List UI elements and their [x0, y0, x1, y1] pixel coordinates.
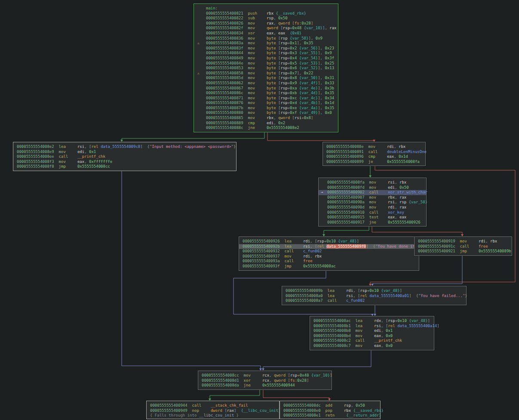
address-token[interactable]: 00005555554008da — [202, 383, 244, 387]
address-token[interactable]: 0000555555400880 — [206, 110, 248, 115]
disasm-line-0000555555400885[interactable]: 0000555555400885 mov rbx, qword [rsi+0x8… — [194, 116, 338, 121]
address-token[interactable]: 0000555555400862 — [206, 81, 248, 85]
symbol-token[interactable]: data_555555400a01 — [369, 294, 409, 298]
address-token[interactable]: 0000555555400849 — [206, 56, 248, 60]
disasm-line-0000555555400910[interactable]: 0000555555400910 call xor_key — [319, 210, 426, 215]
address-token[interactable]: 0000555555400867 — [206, 86, 248, 90]
disasm-line-0000555555400907[interactable]: 0000555555400907 mov rbx, rax — [319, 195, 426, 200]
address-token[interactable]: 00005555554008a7 — [286, 298, 328, 303]
address-token[interactable]: 0000555555400871 — [206, 96, 248, 100]
disasm-line-00005555554008e0[interactable]: 00005555554008e0 pop rbx {__saved_rbx} — [280, 408, 380, 414]
disasm-line-0000555555400949[interactable]: 0000555555400949 nop dword [rax] {__libc… — [147, 408, 279, 414]
disasm-line-00005555554008d1[interactable]: 00005555554008d1 xor rcx, qword [fs:0x28… — [198, 378, 332, 383]
disasm-line-000055555540084e[interactable]: 000055555540084e mov byte [rsp+0x5 {var_… — [194, 61, 338, 66]
address-token[interactable]: 00005555554008e1 — [283, 413, 326, 417]
disasm-line-000055555540088e[interactable]: 000055555540088e mov rdi, rbx — [323, 144, 425, 150]
address-token[interactable]: 0000555555400834 — [206, 31, 248, 35]
address-token[interactable]: 0000555555400907 — [327, 195, 369, 199]
address-token[interactable]: 00005555554008dc — [283, 403, 326, 408]
address-token[interactable]: 0000555555400919 — [418, 239, 460, 243]
symbol-token[interactable]: xor_str_with_char — [388, 190, 427, 194]
address-token[interactable]: 00005555554008c7 — [313, 343, 356, 348]
disasm-line-0000555555400826[interactable]: 0000555555400826 mov rax, qword [fs:0x28… — [194, 21, 338, 26]
symbol-token[interactable]: c_fun002 — [346, 298, 365, 303]
disasm-line-00005555554008f3[interactable]: 00005555554008f3 mov eax, 0xfffffffe — [13, 159, 236, 165]
disasm-line-0000555555400853[interactable]: 0000555555400853 mov byte [rsp+0x6 {var_… — [194, 66, 338, 71]
address-token[interactable]: 0000555555400896 — [326, 154, 369, 159]
comment-line[interactable]: { Falls through into __libc_csu_init } — [147, 413, 279, 418]
address-token[interactable]: 0000555555400915 — [327, 215, 369, 219]
address-token[interactable]: 00005555554008fa — [327, 180, 369, 184]
address-token[interactable]: 0000555555400910 — [327, 210, 369, 215]
address-token[interactable]: 0000555555400853 — [206, 66, 248, 70]
disasm-line-00005555554008b1[interactable]: 00005555554008b1 lea rsi, [rel data_5555… — [310, 324, 434, 329]
address-token[interactable]: 000055555540088e — [326, 144, 369, 149]
address-token[interactable]: 0000555555400844 — [206, 51, 248, 55]
address-token[interactable]: 0000555555400937 — [243, 254, 285, 258]
disassembly-graph-view[interactable]: main:0000555555400821 push rbx {__saved_… — [0, 0, 519, 420]
address-token[interactable]: 000055555540088c — [206, 126, 248, 130]
address-token[interactable]: 0000555555400932 — [243, 249, 285, 253]
address-token[interactable]: 0000555555400944 — [150, 403, 192, 408]
address-token[interactable]: 00005555554008ac — [313, 319, 356, 323]
disasm-line-00005555554008bd[interactable]: 00005555554008bd mov eax, 0x0 — [310, 334, 434, 339]
import-symbol-token[interactable]: free — [303, 259, 313, 263]
disasm-line-0000555555400844[interactable]: 0000555555400844 mov byte [rsp+0x3 {var_… — [194, 51, 338, 56]
function-label[interactable]: main: — [194, 6, 338, 11]
disasm-line-0000555555400917[interactable]: 0000555555400917 jne 0x555555400926 — [319, 220, 426, 225]
address-token[interactable]: 000055555540093a — [243, 259, 285, 263]
address-token[interactable]: 000055555540092b — [243, 244, 285, 248]
address-token[interactable]: 0000555555400889 — [206, 121, 248, 125]
address-token[interactable]: 000055555540083a — [206, 41, 248, 45]
disasm-line-000055555540090a[interactable]: 000055555540090a mov rsi, rsp {var_58} — [319, 200, 426, 205]
address-token[interactable]: 000055555540093f — [243, 264, 285, 268]
disasm-line-00005555554008c7[interactable]: 00005555554008c7 mov eax, 0x0 — [310, 343, 434, 349]
disasm-line-0000555555400932[interactable]: 0000555555400932 call c_fun002 — [239, 249, 419, 254]
address-token[interactable]: 0000555555400949 — [150, 408, 192, 413]
address-token[interactable]: 0000555555400926 — [243, 239, 285, 243]
address-token[interactable]: 0000555555400822 — [206, 16, 248, 20]
address-token[interactable]: 000055555540085d — [206, 76, 248, 80]
basic-block-8fa[interactable]: 00005555554008fa mov rsi, rbx00005555554… — [318, 178, 427, 227]
address-token[interactable]: 0000555555400917 — [327, 220, 369, 224]
disasm-line-0000555555400921[interactable]: 0000555555400921 jmp 0x55555540089b — [415, 249, 512, 254]
disasm-line-0000555555400849[interactable]: 0000555555400849 mov byte [rsp+0x4 {var_… — [194, 56, 338, 61]
disasm-line-00005555554008b8[interactable]: 00005555554008b8 mov edi, 0x1 — [310, 328, 434, 334]
address-token[interactable]: 000055555540084e — [206, 61, 248, 65]
address-token[interactable]: 00005555554008bd — [313, 334, 356, 338]
basic-block-8ac[interactable]: 00005555554008ac lea rdx, [rsp+0x10 {var… — [310, 316, 434, 350]
address-token[interactable]: 000055555540083f — [206, 46, 248, 50]
address-token[interactable]: 00005555554008c2 — [313, 338, 356, 343]
disasm-line-0000555555400867[interactable]: 0000555555400867 mov byte [rsp+0xa {var_… — [194, 86, 338, 91]
address-token[interactable]: 0000555555400876 — [206, 101, 248, 105]
import-symbol-token[interactable]: __stack_chk_fail — [211, 403, 248, 408]
basic-block-8dc[interactable]: 00005555554008dc add rsp, 0x500000555555… — [279, 401, 381, 419]
basic-block-89b[interactable]: 000055555540089b lea rdi, [rsp+0x10 {var… — [282, 286, 467, 305]
disasm-line-0000555555400926[interactable]: 0000555555400926 lea rdi, [rsp+0x10 {var… — [239, 239, 419, 244]
disasm-line-00005555554008f8[interactable]: 00005555554008f8 jmp 0x5555554008cc — [13, 164, 236, 169]
address-token[interactable]: 000055555540082f — [206, 26, 248, 30]
address-token[interactable]: 00005555554008e0 — [283, 408, 326, 413]
symbol-token[interactable]: data_555555400a14 — [397, 324, 437, 328]
disasm-line-0000555555400862[interactable]: 0000555555400862 mov byte [rsp+0x9 {var_… — [194, 81, 338, 86]
disasm-line-0000555555400937[interactable]: 0000555555400937 mov rdi, rbx — [239, 254, 419, 259]
disasm-line-00005555554008fd[interactable]: 00005555554008fd mov edi, 0x50 — [319, 185, 426, 190]
address-token[interactable]: 00005555554008b1 — [313, 324, 356, 328]
disasm-line-0000555555400858[interactable]: ⚠0000555555400858 mov byte [rsp+0x7], 0x… — [194, 71, 338, 76]
basic-block-88e[interactable]: 000055555540088e mov rdi, rbx00005555554… — [322, 142, 426, 166]
disasm-line-000055555540090d[interactable]: 000055555540090d mov rdi, rax — [319, 205, 426, 210]
address-token[interactable]: 00005555554008f3 — [17, 159, 59, 164]
disasm-line-000055555540083f[interactable]: 000055555540083f mov byte [rsp+0x2 {var_… — [194, 46, 338, 51]
address-token[interactable]: 0000555555400921 — [418, 249, 460, 253]
symbol-token[interactable]: c_fun002 — [303, 249, 322, 253]
address-token[interactable]: 000055555540087b — [206, 106, 248, 110]
disasm-line-0000555555400889[interactable]: 0000555555400889 cmp edi, 0x2 — [194, 121, 338, 126]
basic-block-919[interactable]: 0000555555400919 mov rdi, rbx00005555554… — [414, 236, 512, 256]
disasm-line-0000555555400821[interactable]: 0000555555400821 push rbx {__saved_rbx} — [194, 11, 338, 16]
address-token[interactable]: 00005555554008d1 — [202, 378, 244, 383]
disasm-line-00005555554008e9[interactable]: 00005555554008e9 mov edi, 0x1 — [13, 150, 236, 155]
import-symbol-token[interactable]: free — [479, 244, 488, 248]
address-token[interactable]: 00005555554008e2 — [17, 144, 59, 149]
disasm-line-0000555555400876[interactable]: 0000555555400876 mov byte [rsp+0xd {var_… — [194, 101, 338, 106]
disasm-line-000055555540088c[interactable]: 000055555540088c jne 0x5555554008e2 — [194, 126, 338, 131]
